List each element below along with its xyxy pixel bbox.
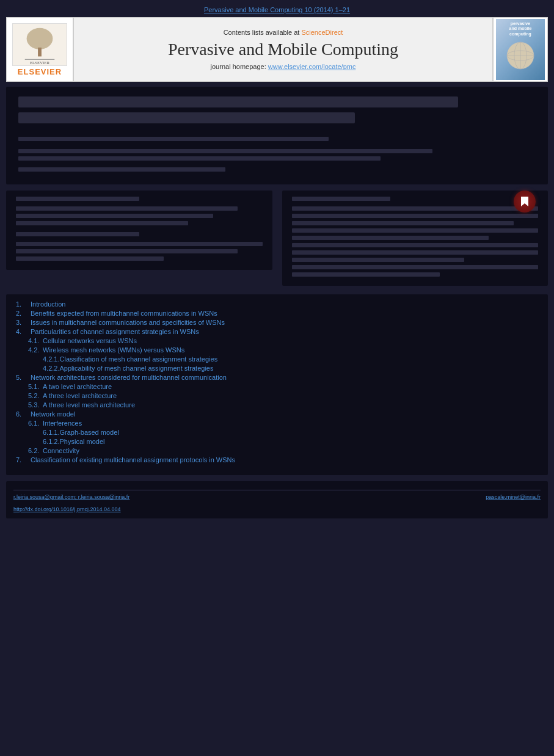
toc-item[interactable]: 6.Network model xyxy=(16,410,538,418)
toc-num: 2. xyxy=(16,310,31,317)
elsevier-logo-image: ELSEVIER xyxy=(12,23,67,66)
abstract-line-8 xyxy=(292,258,464,262)
history-line-1 xyxy=(16,206,238,211)
toc-num: 1. xyxy=(16,300,31,308)
page-wrapper: Pervasive and Mobile Computing 10 (2014)… xyxy=(0,0,554,756)
toc-label[interactable]: Particularities of channel assignment st… xyxy=(31,328,199,335)
toc-label[interactable]: A two level architecture xyxy=(43,383,112,390)
toc-label[interactable]: A three level mesh architecture xyxy=(43,401,135,409)
toc-item[interactable]: 6.1.2.Physical model xyxy=(16,438,538,445)
footer-email-2[interactable]: pascale.minet@inria.fr xyxy=(486,494,541,500)
abstract-line-7 xyxy=(292,250,539,255)
history-line-3 xyxy=(16,221,188,225)
abstract-line-2 xyxy=(292,214,539,218)
toc-item[interactable]: 4.Particularities of channel assignment … xyxy=(16,328,538,335)
title-line-2 xyxy=(18,112,355,123)
article-history xyxy=(6,191,272,270)
history-header xyxy=(16,197,139,201)
journal-ref: Pervasive and Mobile Computing 10 (2014)… xyxy=(204,6,350,13)
article-abstract xyxy=(282,191,549,289)
toc-item[interactable]: 7.Classification of existing multichanne… xyxy=(16,456,538,463)
toc-item[interactable]: 4.2.Wireless mesh networks (WMNs) versus… xyxy=(16,346,538,354)
toc-label[interactable]: Introduction xyxy=(31,300,65,308)
toc-item[interactable]: 5.3.A three level mesh architecture xyxy=(16,401,538,409)
title-line-1 xyxy=(18,96,458,107)
toc-item[interactable]: 6.1.1.Graph-based model xyxy=(16,429,538,436)
abstract-line-3 xyxy=(292,221,514,225)
toc-item[interactable]: 3.Issues in multichannel communications … xyxy=(16,319,538,326)
top-bar: Pervasive and Mobile Computing 10 (2014)… xyxy=(0,0,554,17)
abstract-header xyxy=(292,197,390,201)
toc-item[interactable]: 4.2.1.Classification of mesh channel ass… xyxy=(16,355,538,363)
toc-item[interactable]: 1.Introduction xyxy=(16,300,538,308)
footer-email-1[interactable]: r.leiria.sousa@gmail.com; r.leiria.sousa… xyxy=(13,494,129,500)
toc-item[interactable]: 5.2.A three level architecture xyxy=(16,392,538,399)
toc-num: 3. xyxy=(16,319,31,326)
toc-label[interactable]: Classification of mesh channel assignmen… xyxy=(60,355,218,363)
toc-label[interactable]: Connectivity xyxy=(43,447,79,454)
toc-label[interactable]: Network architectures considered for mul… xyxy=(31,374,227,381)
toc-label[interactable]: Classification of existing multichannel … xyxy=(31,456,235,463)
keywords-line-1 xyxy=(16,242,263,246)
toc-label[interactable]: Interferences xyxy=(43,420,82,427)
footer-separator xyxy=(13,490,541,490)
toc-label[interactable]: Network model xyxy=(31,410,75,418)
article-info-left xyxy=(6,191,272,289)
toc-num: 5.2. xyxy=(28,392,43,399)
journal-title-center: Contents lists available at ScienceDirec… xyxy=(73,17,493,82)
abstract-block xyxy=(282,191,549,286)
table-of-contents: 1.Introduction2.Benefits expected from m… xyxy=(6,294,548,475)
keywords-line-3 xyxy=(16,256,164,261)
toc-label[interactable]: Wireless mesh networks (WMNs) versus WSN… xyxy=(43,346,184,354)
article-info-section xyxy=(6,191,548,289)
toc-item[interactable]: 4.1.Cellular networks versus WSNs xyxy=(16,337,538,344)
toc-num: 4.2. xyxy=(28,346,43,354)
toc-item[interactable]: 6.2.Connectivity xyxy=(16,447,538,454)
toc-label[interactable]: Physical model xyxy=(60,438,105,445)
homepage-prefix: journal homepage: xyxy=(211,63,268,70)
toc-label[interactable]: A three level architecture xyxy=(43,392,117,399)
author-line xyxy=(18,137,329,141)
toc-item[interactable]: 2.Benefits expected from multichannel co… xyxy=(16,310,538,317)
sciencedirect-link[interactable]: ScienceDirect xyxy=(301,29,343,36)
toc-label[interactable]: Applicability of mesh channel assignment… xyxy=(60,365,214,372)
elsevier-text: ELSEVIER xyxy=(18,67,62,76)
toc-label[interactable]: Graph-based model xyxy=(60,429,119,436)
toc-num: 5.3. xyxy=(28,401,43,409)
toc-item[interactable]: 6.1.Interferences xyxy=(16,420,538,427)
homepage-link[interactable]: www.elsevier.com/locate/pmc xyxy=(268,63,356,70)
toc-num: 4. xyxy=(16,328,31,335)
abstract-line-4 xyxy=(292,228,539,233)
toc-item[interactable]: 5.1.A two level architecture xyxy=(16,383,538,390)
toc-num: 4.2.1. xyxy=(43,355,60,363)
date-line xyxy=(18,167,225,172)
bookmark-icon[interactable] xyxy=(514,191,536,213)
abstract-line-1 xyxy=(292,206,539,211)
toc-label[interactable]: Issues in multichannel communications an… xyxy=(31,319,225,326)
toc-num: 4.1. xyxy=(28,337,43,344)
cover-image: pervasiveand mobilecomputing xyxy=(496,19,545,80)
history-line-2 xyxy=(16,214,213,218)
sciencedirect-prefix: Contents lists available at xyxy=(224,29,302,36)
toc-item[interactable]: 4.2.2.Applicability of mesh channel assi… xyxy=(16,365,538,372)
toc-num: 6.1.2. xyxy=(43,438,60,445)
journal-homepage-line: journal homepage: www.elsevier.com/locat… xyxy=(211,63,356,70)
toc-num: 5.1. xyxy=(28,383,43,390)
sciencedirect-line: Contents lists available at ScienceDirec… xyxy=(224,29,343,36)
footer: r.leiria.sousa@gmail.com; r.leiria.sousa… xyxy=(6,481,548,518)
toc-num: 5. xyxy=(16,374,31,381)
title-block xyxy=(6,87,548,184)
keywords-line-2 xyxy=(16,249,238,253)
affiliation-line-2 xyxy=(18,156,381,161)
toc-list: 1.Introduction2.Benefits expected from m… xyxy=(16,300,538,463)
svg-point-1 xyxy=(27,27,53,49)
toc-num: 4.2.2. xyxy=(43,365,60,372)
toc-item[interactable]: 5.Network architectures considered for m… xyxy=(16,374,538,381)
footer-doi[interactable]: http://dx.doi.org/10.1016/j.pmcj.2014.04… xyxy=(13,506,121,512)
toc-label[interactable]: Cellular networks versus WSNs xyxy=(43,337,137,344)
journal-header: ELSEVIER ELSEVIER Contents lists availab… xyxy=(0,17,554,82)
toc-label[interactable]: Benefits expected from multichannel comm… xyxy=(31,310,217,317)
keywords-header xyxy=(16,232,139,236)
abstract-line-10 xyxy=(292,272,440,277)
footer-line: r.leiria.sousa@gmail.com; r.leiria.sousa… xyxy=(13,494,541,500)
